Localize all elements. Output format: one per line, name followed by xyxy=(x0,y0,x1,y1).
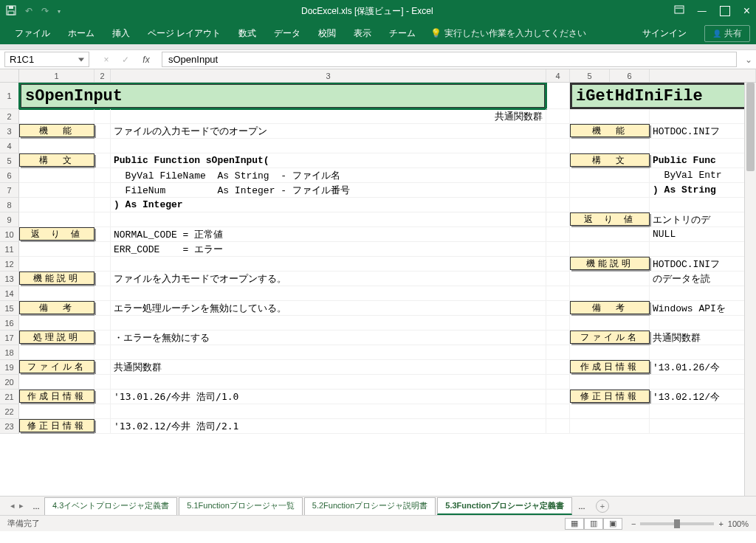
cell[interactable] xyxy=(546,212,570,227)
cell[interactable] xyxy=(570,139,650,153)
cell[interactable]: ByVal Entr xyxy=(650,168,756,183)
ribbon-tab-formulas[interactable]: 数式 xyxy=(230,22,265,44)
fx-icon[interactable]: fx xyxy=(139,55,154,65)
zoom-out-icon[interactable]: − xyxy=(631,519,636,528)
cell[interactable] xyxy=(19,375,94,390)
section-label[interactable]: 作成日情報 xyxy=(570,360,650,373)
cell[interactable] xyxy=(94,404,111,419)
cell[interactable] xyxy=(19,109,94,124)
scroll-thumb[interactable] xyxy=(746,83,755,171)
row-header[interactable]: 21 xyxy=(0,390,19,404)
cell[interactable] xyxy=(94,168,111,183)
cell[interactable] xyxy=(546,183,570,198)
cell[interactable] xyxy=(94,419,111,434)
cell[interactable] xyxy=(546,316,570,331)
cell[interactable]: エラー処理ルーチンを無効にしている。 xyxy=(111,301,546,316)
vertical-scrollbar[interactable] xyxy=(744,83,756,496)
cell[interactable] xyxy=(570,198,650,212)
zoom-slider[interactable] xyxy=(640,522,714,525)
cell[interactable] xyxy=(94,139,111,153)
cell[interactable] xyxy=(570,272,650,286)
cell[interactable]: ) As Integer xyxy=(111,198,546,212)
section-label[interactable]: 作成日情報 xyxy=(19,390,94,403)
section-label[interactable]: 備 考 xyxy=(570,301,650,314)
row-header[interactable]: 10 xyxy=(0,227,19,242)
cell[interactable] xyxy=(546,227,570,242)
cell[interactable] xyxy=(19,242,94,257)
cell[interactable] xyxy=(546,419,570,434)
row-header[interactable]: 8 xyxy=(0,198,19,212)
cell[interactable] xyxy=(111,257,546,272)
sheet-nav[interactable]: ◂ ▸ xyxy=(6,501,28,511)
cell[interactable] xyxy=(546,109,570,124)
sheet-tab[interactable]: 4.3イベントプロシージャ定義書 xyxy=(44,497,177,515)
section-label[interactable]: 修正日情報 xyxy=(19,419,94,432)
zoom-thumb[interactable] xyxy=(674,519,680,528)
row-header[interactable]: 16 xyxy=(0,316,19,331)
row-header[interactable]: 9 xyxy=(0,212,19,227)
cell[interactable] xyxy=(570,242,650,257)
row-header[interactable]: 1 xyxy=(0,83,19,109)
cell[interactable] xyxy=(650,286,756,301)
cell[interactable] xyxy=(19,286,94,301)
cell[interactable] xyxy=(546,272,570,286)
row-header[interactable]: 14 xyxy=(0,286,19,301)
sheet-tab[interactable]: 5.3Functionプロシージャ定義書 xyxy=(437,497,572,515)
cell[interactable] xyxy=(570,227,650,242)
zoom-value[interactable]: 100% xyxy=(728,519,749,528)
add-sheet-button[interactable]: + xyxy=(596,499,609,513)
cell[interactable] xyxy=(94,124,111,139)
cell[interactable] xyxy=(546,390,570,404)
signin-link[interactable]: サインイン xyxy=(633,22,695,44)
section-label[interactable]: ファイル名 xyxy=(19,360,94,373)
section-label[interactable]: 機能説明 xyxy=(19,272,94,285)
cell[interactable] xyxy=(94,301,111,316)
section-label[interactable]: 構 文 xyxy=(570,153,650,167)
row-header[interactable]: 11 xyxy=(0,242,19,257)
cell[interactable] xyxy=(546,331,570,345)
cell[interactable]: ファイルの入力モードでのオープン xyxy=(111,124,546,139)
cell[interactable] xyxy=(19,212,94,227)
cell[interactable] xyxy=(94,345,111,360)
row-header[interactable]: 22 xyxy=(0,404,19,419)
cell[interactable] xyxy=(650,404,756,419)
cell[interactable] xyxy=(650,375,756,390)
cell[interactable]: のデータを読 xyxy=(650,272,756,286)
cell[interactable] xyxy=(546,83,570,109)
worksheet-grid[interactable]: 1 2 3 4 5 6 1sOpenInputiGetHdIniFile2共通関… xyxy=(0,69,756,496)
cell[interactable] xyxy=(546,242,570,257)
ribbon-tab-data[interactable]: データ xyxy=(265,22,309,44)
column-header[interactable]: 3 xyxy=(111,69,546,82)
cell[interactable] xyxy=(570,419,650,434)
redo-icon[interactable]: ↷ xyxy=(41,6,49,16)
maximize-icon[interactable] xyxy=(720,6,730,16)
cell[interactable]: HOTDOC.INIフ xyxy=(650,124,756,139)
cell[interactable]: ERR_CODE = エラー xyxy=(111,242,546,257)
cell[interactable] xyxy=(19,198,94,212)
cell[interactable] xyxy=(19,404,94,419)
row-header[interactable]: 7 xyxy=(0,183,19,198)
row-header[interactable]: 4 xyxy=(0,139,19,153)
cell[interactable]: NORMAL_CODE = 正常値 xyxy=(111,227,546,242)
cell[interactable]: HOTDOC.INIフ xyxy=(650,257,756,272)
cell[interactable] xyxy=(111,345,546,360)
cell[interactable] xyxy=(111,316,546,331)
grid-rows[interactable]: 1sOpenInputiGetHdIniFile2共通関数群3機 能ファイルの入… xyxy=(0,83,756,496)
cell[interactable]: Windows APIを xyxy=(650,301,756,316)
ribbon-tab-home[interactable]: ホーム xyxy=(59,22,103,44)
cell[interactable] xyxy=(19,139,94,153)
cell[interactable] xyxy=(570,345,650,360)
cell[interactable] xyxy=(94,153,111,168)
normal-view-icon[interactable]: ▦ xyxy=(565,518,584,530)
section-label[interactable]: 処理説明 xyxy=(19,331,94,344)
undo-icon[interactable]: ↶ xyxy=(25,6,32,16)
section-label[interactable]: 返 り 値 xyxy=(19,227,94,241)
section-label[interactable]: 返 り 値 xyxy=(570,212,650,226)
cell[interactable] xyxy=(94,316,111,331)
cell[interactable] xyxy=(111,286,546,301)
cell[interactable] xyxy=(570,168,650,183)
cell[interactable] xyxy=(546,404,570,419)
minimize-icon[interactable]: ― xyxy=(698,6,707,16)
row-header[interactable]: 23 xyxy=(0,419,19,434)
cell[interactable] xyxy=(570,404,650,419)
